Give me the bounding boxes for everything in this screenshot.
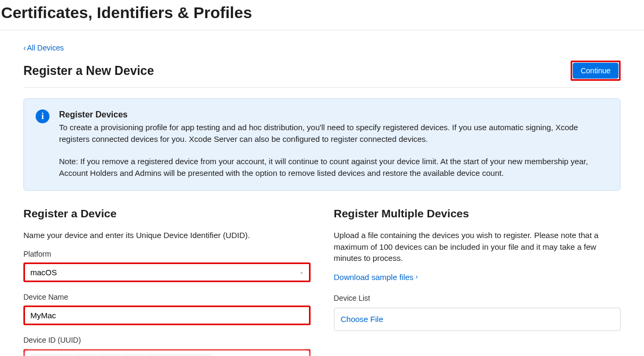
register-multiple-title: Register Multiple Devices xyxy=(334,206,621,222)
info-heading: Register Devices xyxy=(59,108,608,121)
continue-button[interactable]: Continue xyxy=(573,63,618,79)
file-upload-box[interactable]: Choose File xyxy=(334,308,621,331)
info-icon: i xyxy=(36,109,49,123)
platform-highlight: macOS ⌄ xyxy=(23,262,311,282)
platform-select[interactable]: macOS xyxy=(25,264,309,281)
download-sample-label: Download sample files xyxy=(334,272,414,283)
continue-highlight: Continue xyxy=(571,61,621,81)
info-callout: i Register Devices To create a provision… xyxy=(23,98,621,191)
chevron-left-icon: ‹ xyxy=(23,44,26,52)
platform-label: Platform xyxy=(23,249,311,259)
download-sample-link[interactable]: Download sample files › xyxy=(334,272,418,283)
info-text-2: Note: If you remove a registered device … xyxy=(59,156,608,179)
device-name-highlight xyxy=(23,306,311,325)
register-device-helper: Name your device and enter its Unique De… xyxy=(23,230,311,241)
section-title: Register a New Device xyxy=(23,62,154,80)
register-device-title: Register a Device xyxy=(23,206,311,222)
chevron-right-icon: › xyxy=(416,273,418,282)
device-id-input[interactable] xyxy=(25,351,309,356)
register-multiple-helper: Upload a file containing the devices you… xyxy=(334,230,621,264)
choose-file-button[interactable]: Choose File xyxy=(341,315,383,324)
page-title: Certificates, Identifiers & Profiles xyxy=(0,0,644,30)
back-link-label: All Devices xyxy=(27,44,64,52)
device-name-label: Device Name xyxy=(23,292,311,302)
back-link-all-devices[interactable]: ‹All Devices xyxy=(23,44,64,52)
device-id-highlight xyxy=(23,349,311,356)
device-id-label: Device ID (UUID) xyxy=(23,335,311,345)
device-list-label: Device List xyxy=(334,293,621,303)
device-name-input[interactable] xyxy=(25,307,309,324)
info-text-1: To create a provisioning profile for app… xyxy=(59,122,608,145)
